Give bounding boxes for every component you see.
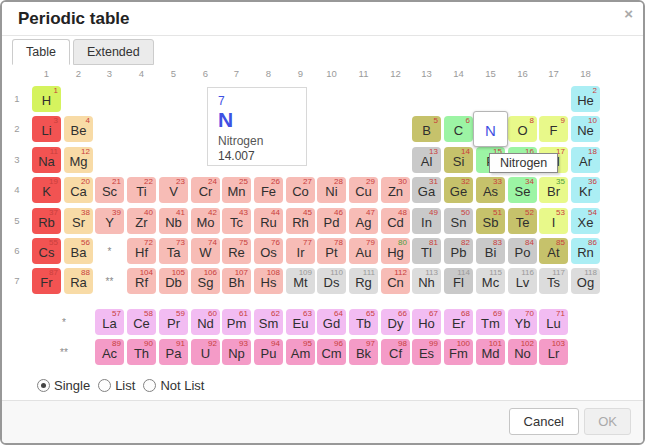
element-cell-Ho[interactable]: Ho67 <box>412 309 441 335</box>
element-cell-I[interactable]: I53 <box>539 208 568 234</box>
element-cell-Gd[interactable]: Gd64 <box>317 309 346 335</box>
element-cell-He[interactable]: He2 <box>571 86 600 112</box>
element-cell-Tl[interactable]: Tl81 <box>412 238 441 264</box>
element-cell-Cd[interactable]: Cd48 <box>381 208 410 234</box>
element-cell-O[interactable]: O8 <box>508 116 537 142</box>
element-cell-Tb[interactable]: Tb65 <box>349 309 378 335</box>
radio-single-icon[interactable] <box>37 379 50 392</box>
element-cell-Np[interactable]: Np93 <box>222 339 251 365</box>
element-cell-Ce[interactable]: Ce58 <box>127 309 156 335</box>
element-cell-Nd[interactable]: Nd60 <box>191 309 220 335</box>
element-cell-Sn[interactable]: Sn50 <box>444 208 473 234</box>
element-cell-Eu[interactable]: Eu63 <box>286 309 315 335</box>
element-cell-Ir[interactable]: Ir77 <box>286 238 315 264</box>
element-cell-Kr[interactable]: Kr36 <box>571 177 600 203</box>
element-cell-Lr[interactable]: Lr103 <box>539 339 568 365</box>
element-cell-Er[interactable]: Er68 <box>444 309 473 335</box>
element-cell-Ca[interactable]: Ca20 <box>64 177 93 203</box>
element-cell-Cr[interactable]: Cr24 <box>191 177 220 203</box>
element-cell-Es[interactable]: Es99 <box>412 339 441 365</box>
element-cell-Ni[interactable]: Ni28 <box>317 177 346 203</box>
element-cell-Xe[interactable]: Xe54 <box>571 208 600 234</box>
element-cell-C[interactable]: C6 <box>444 116 473 142</box>
element-cell-Ra[interactable]: Ra88 <box>64 268 93 294</box>
element-cell-Ru[interactable]: Ru44 <box>254 208 283 234</box>
element-cell-Mc[interactable]: Mc115 <box>476 268 505 294</box>
radio-single[interactable]: Single <box>37 378 90 393</box>
element-cell-Re[interactable]: Re75 <box>222 238 251 264</box>
element-cell-No[interactable]: No102 <box>508 339 537 365</box>
element-cell-Sg[interactable]: Sg106 <box>191 268 220 294</box>
tab-table[interactable]: Table <box>12 39 70 65</box>
element-cell-Ga[interactable]: Ga31 <box>412 177 441 203</box>
element-cell-Th[interactable]: Th90 <box>127 339 156 365</box>
element-cell-Fe[interactable]: Fe26 <box>254 177 283 203</box>
element-cell-Fr[interactable]: Fr87 <box>32 268 61 294</box>
radio-not-list[interactable]: Not List <box>143 378 204 393</box>
element-cell-Rf[interactable]: Rf104 <box>127 268 156 294</box>
element-cell-Y[interactable]: Y39 <box>95 208 124 234</box>
element-cell-W[interactable]: W74 <box>191 238 220 264</box>
element-cell-Pd[interactable]: Pd46 <box>317 208 346 234</box>
element-cell-Mt[interactable]: Mt109 <box>286 268 315 294</box>
radio-list-icon[interactable] <box>98 379 111 392</box>
element-cell-Ds[interactable]: Ds110 <box>317 268 346 294</box>
element-cell-Pr[interactable]: Pr59 <box>159 309 188 335</box>
element-cell-Pb[interactable]: Pb82 <box>444 238 473 264</box>
element-cell-Nh[interactable]: Nh113 <box>412 268 441 294</box>
element-cell-Hf[interactable]: Hf72 <box>127 238 156 264</box>
element-cell-Bh[interactable]: Bh107 <box>222 268 251 294</box>
element-cell-Cu[interactable]: Cu29 <box>349 177 378 203</box>
ok-button[interactable]: OK <box>584 408 631 435</box>
element-cell-Po[interactable]: Po84 <box>508 238 537 264</box>
element-cell-Pm[interactable]: Pm61 <box>222 309 251 335</box>
element-cell-Fl[interactable]: Fl114 <box>444 268 473 294</box>
element-cell-Fm[interactable]: Fm100 <box>444 339 473 365</box>
radio-list[interactable]: List <box>98 378 135 393</box>
element-cell-Al[interactable]: Al13 <box>412 147 441 173</box>
element-cell-Br[interactable]: Br35 <box>539 177 568 203</box>
element-cell-Db[interactable]: Db105 <box>159 268 188 294</box>
element-cell-Rb[interactable]: Rb37 <box>32 208 61 234</box>
element-cell-Am[interactable]: Am95 <box>286 339 315 365</box>
element-cell-Ta[interactable]: Ta73 <box>159 238 188 264</box>
element-cell-Ag[interactable]: Ag47 <box>349 208 378 234</box>
element-cell-Sb[interactable]: Sb51 <box>476 208 505 234</box>
element-cell-B[interactable]: B5 <box>412 116 441 142</box>
element-cell-Si[interactable]: Si14 <box>444 147 473 173</box>
element-cell-Sm[interactable]: Sm62 <box>254 309 283 335</box>
element-cell-Sr[interactable]: Sr38 <box>64 208 93 234</box>
element-cell-Mg[interactable]: Mg12 <box>64 147 93 173</box>
element-cell-At[interactable]: At85 <box>539 238 568 264</box>
radio-not-list-icon[interactable] <box>143 379 156 392</box>
element-cell-As[interactable]: As33 <box>476 177 505 203</box>
cancel-button[interactable]: Cancel <box>509 408 579 435</box>
element-cell-Hs[interactable]: Hs108 <box>254 268 283 294</box>
element-cell-Rh[interactable]: Rh45 <box>286 208 315 234</box>
element-cell-Md[interactable]: Md101 <box>476 339 505 365</box>
element-cell-V[interactable]: V23 <box>159 177 188 203</box>
element-cell-Co[interactable]: Co27 <box>286 177 315 203</box>
element-cell-Mn[interactable]: Mn25 <box>222 177 251 203</box>
element-cell-Pt[interactable]: Pt78 <box>317 238 346 264</box>
element-cell-N[interactable]: N <box>473 111 508 147</box>
element-cell-Au[interactable]: Au79 <box>349 238 378 264</box>
element-cell-Tm[interactable]: Tm69 <box>476 309 505 335</box>
element-cell-Na[interactable]: Na11 <box>32 147 61 173</box>
element-cell-Rg[interactable]: Rg111 <box>349 268 378 294</box>
element-cell-Cn[interactable]: Cn112 <box>381 268 410 294</box>
element-cell-Cm[interactable]: Cm96 <box>317 339 346 365</box>
element-cell-In[interactable]: In49 <box>412 208 441 234</box>
element-cell-K[interactable]: K19 <box>32 177 61 203</box>
element-cell-Te[interactable]: Te52 <box>508 208 537 234</box>
element-cell-Pa[interactable]: Pa91 <box>159 339 188 365</box>
element-cell-Lv[interactable]: Lv116 <box>508 268 537 294</box>
element-cell-Tc[interactable]: Tc43 <box>222 208 251 234</box>
element-cell-Ti[interactable]: Ti22 <box>127 177 156 203</box>
element-cell-Ar[interactable]: Ar18 <box>571 147 600 173</box>
element-cell-Dy[interactable]: Dy66 <box>381 309 410 335</box>
element-cell-Nb[interactable]: Nb41 <box>159 208 188 234</box>
element-cell-Bk[interactable]: Bk97 <box>349 339 378 365</box>
element-cell-Bi[interactable]: Bi83 <box>476 238 505 264</box>
element-cell-Ac[interactable]: Ac89 <box>95 339 124 365</box>
